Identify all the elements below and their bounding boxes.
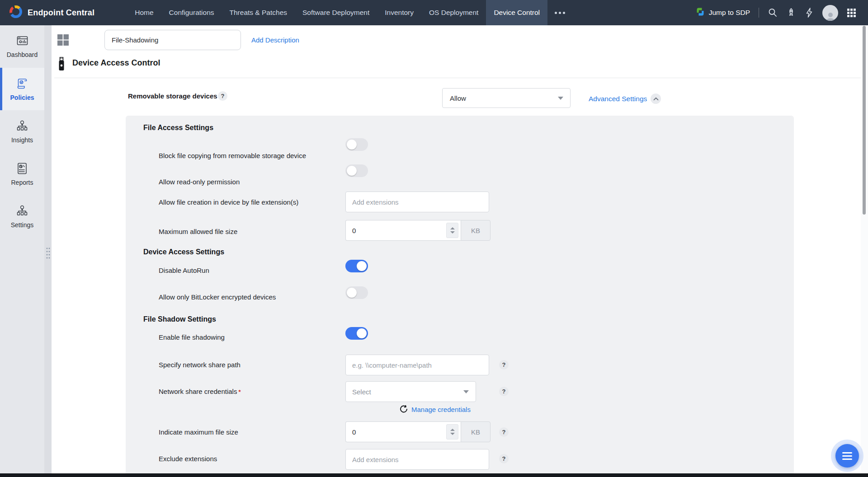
user-avatar[interactable]: [822, 5, 838, 21]
floating-menu-button[interactable]: [835, 444, 859, 468]
sidebar-item-reports[interactable]: Reports: [0, 153, 44, 195]
vertical-scrollbar[interactable]: [861, 25, 868, 477]
spinner-up-icon[interactable]: [450, 429, 455, 431]
nav-right-actions: Jump to SDP: [696, 0, 868, 25]
app-root: Endpoint Central Home Configurations Thr…: [0, 0, 868, 477]
removable-storage-dropdown[interactable]: Allow: [442, 88, 571, 108]
main-menu: Home Configurations Threats & Patches So…: [127, 0, 572, 25]
chevron-up-icon: [651, 94, 661, 104]
manage-credentials-link[interactable]: Manage credentials: [411, 406, 471, 413]
help-icon[interactable]: ?: [499, 360, 509, 369]
nav-item-threats-patches[interactable]: Threats & Patches: [222, 0, 295, 25]
indicate-max-size-inputbox: [345, 421, 461, 442]
apps-grid-button[interactable]: [847, 8, 856, 18]
file-creation-extensions-input[interactable]: [345, 192, 489, 212]
section-title-file-access: File Access Settings: [143, 124, 213, 132]
sidebar-item-settings[interactable]: Settings: [0, 195, 44, 238]
indicate-max-size-label: Indicate maximum file size: [159, 428, 238, 436]
credentials-select[interactable]: Select: [345, 381, 476, 402]
sidebar-item-policies[interactable]: Policies: [0, 68, 44, 110]
manage-credentials-row: Manage credentials: [400, 405, 471, 413]
brand: Endpoint Central: [0, 0, 94, 25]
sidebar-item-label: Insights: [11, 136, 33, 144]
sidebar-item-dashboard[interactable]: Dashboard: [0, 25, 44, 68]
sidebar-resize-handle[interactable]: [45, 247, 51, 262]
nav-item-home[interactable]: Home: [127, 0, 161, 25]
insights-icon: [16, 120, 28, 132]
nav-item-device-control[interactable]: Device Control: [486, 0, 547, 25]
read-only-toggle[interactable]: [345, 164, 368, 177]
chevron-down-icon: [463, 390, 469, 393]
indicate-max-size-input[interactable]: [346, 422, 443, 442]
spinner-up-icon[interactable]: [450, 227, 455, 229]
sidebar-item-label: Reports: [11, 179, 33, 186]
exclude-extensions-input[interactable]: [345, 449, 489, 470]
chevron-down-icon: [558, 97, 563, 100]
nav-item-inventory[interactable]: Inventory: [377, 0, 421, 25]
header-divider: [54, 78, 862, 78]
ellipsis-icon: [555, 12, 557, 14]
help-icon[interactable]: ?: [499, 387, 509, 396]
share-path-input[interactable]: [345, 355, 489, 375]
share-path-label: Specify network share path: [159, 361, 241, 369]
main-content: Add Description Device Access Control Re…: [52, 25, 868, 477]
nav-item-software-deployment[interactable]: Software Deployment: [295, 0, 377, 25]
brand-name: Endpoint Central: [28, 8, 94, 18]
fab-halo: [831, 440, 863, 472]
credentials-label-text: Network share credentials: [159, 388, 237, 395]
advanced-settings-link[interactable]: Advanced Settings: [589, 95, 647, 103]
block-copy-toggle[interactable]: [345, 138, 368, 151]
unit-label: KB: [461, 421, 491, 442]
bitlocker-only-label: Allow only BitLocker encrypted devices: [159, 293, 276, 301]
removable-storage-label: Removable storage devices: [128, 92, 217, 100]
add-description-link[interactable]: Add Description: [251, 36, 299, 44]
more-menu-button[interactable]: [547, 0, 572, 25]
sidebar-item-insights[interactable]: Insights: [0, 110, 44, 153]
section-title-file-shadow: File Shadow Settings: [143, 315, 216, 323]
disable-autorun-toggle[interactable]: [345, 260, 368, 272]
disable-autorun-label: Disable AutoRun: [159, 267, 209, 274]
max-file-size-input[interactable]: [346, 220, 443, 240]
help-icon[interactable]: ?: [218, 91, 227, 101]
sidebar-item-label: Dashboard: [7, 51, 38, 58]
sdp-logo-icon: [696, 7, 705, 18]
grid-icon: [847, 8, 856, 18]
whats-new-button[interactable]: [786, 8, 796, 18]
nav-separator: [759, 8, 759, 18]
search-icon: [768, 8, 778, 18]
reports-icon: [16, 162, 28, 175]
max-file-size-label: Maximum allowed file size: [159, 228, 237, 235]
help-icon[interactable]: ?: [499, 427, 509, 437]
required-asterisk: *: [238, 388, 241, 395]
help-icon[interactable]: ?: [499, 454, 509, 463]
number-spinner[interactable]: [446, 424, 458, 440]
number-spinner[interactable]: [446, 223, 458, 238]
read-only-label: Allow read-only permission: [159, 178, 240, 186]
section-title-device-access: Device Access Settings: [143, 248, 224, 256]
advanced-settings-toggle[interactable]: Advanced Settings: [589, 94, 661, 104]
usb-device-icon: [58, 57, 65, 73]
scrollbar-thumb[interactable]: [863, 26, 866, 215]
policy-name-input[interactable]: [104, 30, 241, 50]
exclude-extensions-label: Exclude extensions: [159, 455, 217, 463]
enable-file-shadowing-toggle[interactable]: [345, 327, 368, 340]
nav-item-configurations[interactable]: Configurations: [161, 0, 222, 25]
dashboard-icon: [16, 35, 28, 47]
spinner-down-icon[interactable]: [450, 433, 455, 435]
search-button[interactable]: [768, 8, 778, 18]
nav-item-os-deployment[interactable]: OS Deployment: [421, 0, 486, 25]
indicate-max-size-group: KB: [345, 421, 491, 442]
file-creation-label: Allow file creation in device by file ex…: [159, 198, 298, 206]
bitlocker-only-toggle[interactable]: [345, 286, 368, 299]
top-navbar: Endpoint Central Home Configurations Thr…: [0, 0, 868, 25]
max-file-size-inputbox: [345, 220, 461, 241]
advanced-settings-panel: File Access Settings Block file copying …: [126, 116, 794, 477]
spinner-down-icon[interactable]: [450, 231, 455, 234]
quick-actions-button[interactable]: [805, 8, 814, 18]
jump-to-sdp-label: Jump to SDP: [709, 9, 750, 17]
jump-to-sdp-link[interactable]: Jump to SDP: [696, 7, 750, 18]
page-title: Device Access Control: [72, 58, 160, 68]
refresh-credentials-button[interactable]: [400, 405, 408, 413]
unit-label: KB: [461, 220, 491, 241]
enable-file-shadowing-label: Enable file shadowing: [159, 333, 225, 341]
